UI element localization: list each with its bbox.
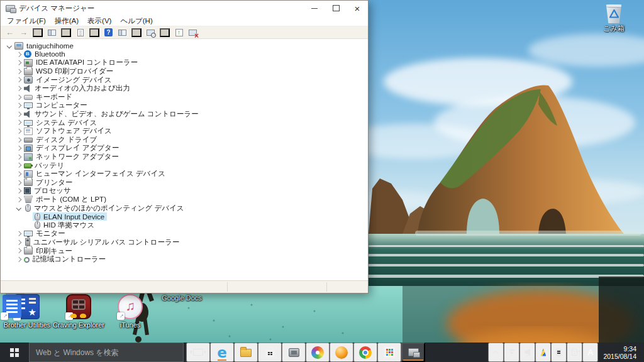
tree-item-hid-devices[interactable]: ヒューマン インターフェイス デバイス	[1, 170, 367, 178]
tray-hidden-icons-chevron[interactable]	[488, 343, 504, 362]
expand-chevron-icon[interactable]	[14, 247, 23, 255]
tree-item-print-queues[interactable]: 印刷キュー	[1, 246, 367, 255]
tree-item-printers[interactable]: プリンター	[1, 178, 367, 187]
taskbar-chrome[interactable]	[353, 343, 377, 362]
taskbar-device-manager[interactable]	[401, 343, 425, 362]
tree-item-usb-controllers[interactable]: ユニバーサル シリアル バス コントローラー	[1, 238, 367, 247]
tray-ime-mode[interactable]: A	[582, 343, 598, 362]
tree-item-wsd-print-provider[interactable]: WSD 印刷プロバイダー	[1, 67, 367, 76]
taskbar-file-explorer[interactable]	[234, 343, 258, 362]
tree-item-label: 記憶域コントローラー	[33, 255, 106, 264]
toolbar-update-driver-button[interactable]	[172, 27, 186, 38]
tree-item-ports-com-lpt[interactable]: ポート (COM と LPT)	[1, 195, 367, 204]
google-drive-icon	[540, 349, 546, 356]
taskbar-task-view[interactable]	[186, 343, 210, 362]
desktop-icon-label: Craving Explorer	[53, 321, 104, 329]
close-button[interactable]: ×	[347, 1, 368, 16]
tray-volume[interactable]	[519, 343, 535, 362]
tree-item-imaging-devices[interactable]: イメージング デバイス	[1, 75, 367, 84]
desktop-icon-craving-explorer[interactable]: Craving Explorer	[53, 293, 104, 329]
expand-chevron-icon[interactable]	[14, 111, 23, 118]
tray-action-center[interactable]	[551, 343, 567, 362]
title-bar[interactable]: デバイス マネージャー ×	[1, 1, 368, 16]
taskbar-edge[interactable]	[210, 343, 234, 362]
taskbar-orange-ball-app[interactable]	[330, 343, 353, 362]
expand-chevron-icon[interactable]	[14, 238, 23, 246]
tray-clock[interactable]: 9:34 2015/08/14	[598, 343, 640, 362]
tree-item-sound-video-game[interactable]: サウンド、ビデオ、およびゲーム コントローラー	[1, 110, 367, 119]
tree-item-mice-pointing[interactable]: マウスとそのほかのポインティング デバイス	[1, 204, 367, 212]
menu-help[interactable]: ヘルプ(H)	[116, 16, 157, 26]
no-expander[interactable]	[24, 213, 33, 221]
tree-item-monitors[interactable]: モニター	[1, 229, 367, 238]
tree-item-network-adapters[interactable]: ネットワーク アダプター	[1, 153, 367, 162]
desktop-icon-google-docs[interactable]: Google Docs	[156, 293, 208, 329]
expand-chevron-icon[interactable]	[14, 85, 23, 92]
tray-google-drive[interactable]	[535, 343, 551, 362]
taskbar-gray-utility-app[interactable]	[282, 343, 306, 362]
tree-item-processors[interactable]: プロセッサ	[1, 187, 367, 195]
expand-chevron-icon[interactable]	[14, 153, 23, 161]
menu-view[interactable]: 表示(V)	[83, 16, 116, 26]
tree-item-ide-ata-atapi[interactable]: IDE ATA/ATAPI コントローラー	[1, 58, 367, 67]
expand-chevron-icon[interactable]	[14, 76, 23, 84]
expand-chevron-icon[interactable]	[14, 93, 23, 101]
toolbar-show-console-tree-button[interactable]	[45, 27, 58, 38]
tree-item-storage-controllers[interactable]: 記憶域コントローラー	[1, 255, 367, 264]
tree-item-computer[interactable]: コンピューター	[1, 101, 367, 110]
expand-chevron-icon[interactable]	[14, 50, 23, 58]
minimize-button[interactable]	[304, 1, 325, 16]
tree-item-software-devices[interactable]: ソフトウェア デバイス	[1, 127, 367, 136]
tray-touch-keyboard[interactable]	[567, 343, 582, 362]
menu-file[interactable]: ファイル(F)	[3, 16, 50, 26]
expand-chevron-icon[interactable]	[14, 59, 23, 67]
tree-item-system-devices[interactable]: システム デバイス	[1, 118, 367, 127]
expand-chevron-icon[interactable]	[14, 256, 23, 263]
maximize-button[interactable]	[325, 1, 347, 16]
toolbar-help-button[interactable]	[102, 27, 115, 38]
expand-chevron-icon[interactable]	[14, 170, 23, 178]
expand-chevron-icon[interactable]	[14, 128, 23, 135]
menu-action[interactable]: 操作(A)	[50, 16, 83, 26]
recycle-bin[interactable]: ごみ箱	[594, 4, 634, 32]
tree-item-audio-inputs-outputs[interactable]: オーディオの入力および出力	[1, 84, 367, 93]
expand-chevron-icon[interactable]	[14, 68, 23, 75]
toolbar-back-button[interactable]	[3, 27, 16, 38]
toolbar-uninstall-device-button[interactable]	[186, 27, 199, 38]
collapse-chevron-icon[interactable]	[14, 204, 23, 212]
tree-item-batteries[interactable]: バッテリ	[1, 161, 367, 170]
tree-item-body: WSD 印刷プロバイダー	[23, 67, 116, 76]
expand-chevron-icon[interactable]	[14, 195, 23, 203]
expand-chevron-icon[interactable]	[14, 162, 23, 169]
tree-item-elan-input-device[interactable]: ELAN Input Device	[1, 212, 367, 221]
start-button[interactable]	[0, 343, 29, 362]
tree-item-disk-drives[interactable]: ディスク ドライブ	[1, 136, 367, 145]
tree-item-keyboards[interactable]: キーボード	[1, 93, 367, 102]
desktop-icon-itunes[interactable]: iTunes	[104, 293, 156, 329]
tree-item-taniguchihome[interactable]: taniguchihome	[1, 41, 367, 50]
toolbar-scan-hardware-changes-button[interactable]	[144, 27, 157, 38]
taskbar-pinwheel-app[interactable]	[306, 343, 330, 362]
tree-item-hid-compliant-mouse[interactable]: HID 準拠マウス	[1, 221, 367, 229]
cpu-icon	[24, 187, 31, 194]
expand-chevron-icon[interactable]	[14, 178, 23, 186]
expand-chevron-icon[interactable]	[14, 119, 23, 126]
tree-item-display-adapters[interactable]: ディスプレイ アダプター	[1, 144, 367, 153]
taskbar-store[interactable]	[258, 343, 282, 362]
tree-item-bluetooth[interactable]: Bluetooth	[1, 50, 367, 59]
expand-chevron-icon[interactable]	[14, 136, 23, 143]
battery-icon	[24, 163, 31, 168]
taskbar-grid-app[interactable]	[377, 343, 401, 362]
expand-chevron-icon[interactable]	[14, 102, 23, 109]
toolbar-properties-button[interactable]	[74, 27, 87, 38]
expand-chevron-icon[interactable]	[14, 230, 23, 238]
tray-network-wifi[interactable]	[504, 343, 519, 362]
collapse-chevron-icon[interactable]	[5, 42, 14, 50]
search-input[interactable]	[30, 348, 183, 357]
no-expander[interactable]	[24, 221, 33, 229]
expand-chevron-icon[interactable]	[14, 187, 23, 195]
expand-chevron-icon[interactable]	[14, 145, 23, 152]
toolbar-show-window-button[interactable]	[116, 27, 129, 38]
tree-item-body: taniguchihome	[14, 41, 76, 50]
toolbar-forward-button[interactable]	[17, 27, 30, 38]
